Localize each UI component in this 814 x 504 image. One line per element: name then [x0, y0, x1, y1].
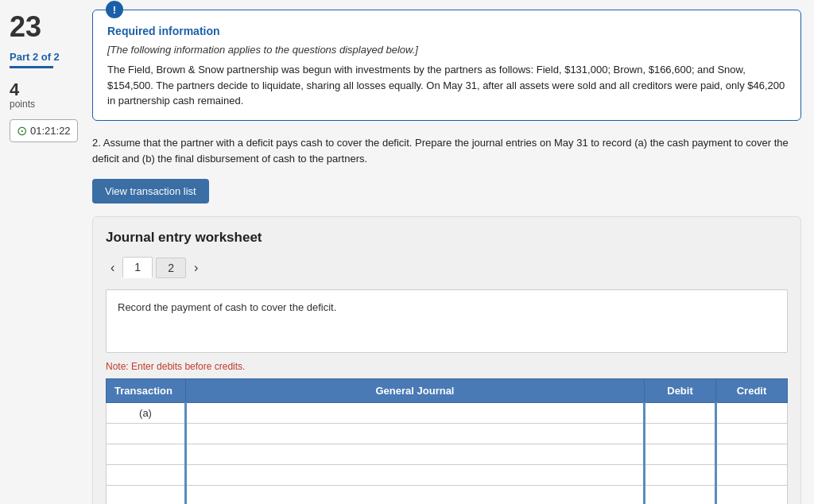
record-instruction-text: Record the payment of cash to cover the …: [118, 301, 336, 313]
table-row: [107, 424, 788, 444]
credit-input-3[interactable]: [717, 444, 787, 464]
transaction-label-empty-4: [107, 465, 186, 486]
col-header-credit: Credit: [716, 379, 788, 403]
journal-table: Transaction General Journal Debit Credit…: [106, 378, 788, 504]
col-header-general-journal: General Journal: [186, 379, 645, 403]
points-value: 4: [10, 81, 19, 99]
journal-input-2[interactable]: [187, 424, 643, 444]
part-label: Part 2 of 2: [10, 51, 60, 63]
tab-navigation: ‹ 1 2 ›: [106, 257, 788, 278]
worksheet-box: Journal entry worksheet ‹ 1 2 › Record t…: [92, 216, 801, 504]
worksheet-title: Journal entry worksheet: [106, 230, 788, 246]
journal-entry-cell-2[interactable]: [186, 424, 645, 444]
debit-input-3[interactable]: [645, 444, 715, 464]
transaction-label-empty-5: [107, 486, 186, 504]
debit-cell-2[interactable]: [645, 424, 716, 444]
table-row: [107, 486, 788, 504]
timer-icon: ⊙: [17, 123, 27, 138]
tab-next-button[interactable]: ›: [189, 259, 203, 277]
debit-input-4[interactable]: [645, 465, 715, 485]
debit-input-5[interactable]: [645, 486, 715, 504]
table-row: [107, 444, 788, 465]
journal-input-5[interactable]: [187, 486, 643, 504]
tab-1[interactable]: 1: [122, 257, 153, 278]
question-number: 23: [10, 13, 41, 41]
tab-prev-button[interactable]: ‹: [106, 259, 119, 277]
credit-input-1[interactable]: [717, 403, 787, 423]
col-header-transaction: Transaction: [107, 379, 186, 403]
transaction-label-empty-2: [107, 424, 186, 444]
journal-entry-cell-1[interactable]: [186, 403, 645, 424]
points-text: points: [10, 99, 35, 110]
info-title: Required information: [107, 25, 786, 37]
sidebar: 23 Part 2 of 2 4 points ⊙ 01:21:22: [0, 0, 79, 504]
record-instruction-box: Record the payment of cash to cover the …: [106, 289, 788, 353]
journal-entry-cell-5[interactable]: [186, 486, 645, 504]
credit-input-5[interactable]: [717, 486, 787, 504]
info-icon: !: [106, 1, 123, 18]
transaction-label-a: (a): [107, 403, 186, 424]
journal-input-1[interactable]: [187, 403, 643, 423]
info-body: The Field, Brown & Snow partnership was …: [107, 62, 786, 109]
note-text: Note: Enter debits before credits.: [106, 361, 788, 372]
credit-cell-1[interactable]: [716, 403, 788, 424]
page-container: 23 Part 2 of 2 4 points ⊙ 01:21:22 ! Req…: [0, 0, 814, 504]
credit-cell-4[interactable]: [716, 465, 788, 486]
journal-entry-cell-4[interactable]: [186, 465, 645, 486]
debit-cell-3[interactable]: [645, 444, 716, 465]
part-underline-decoration: [10, 66, 53, 68]
debit-input-1[interactable]: [645, 403, 715, 423]
info-box: ! Required information [The following in…: [92, 10, 801, 121]
view-transaction-list-button[interactable]: View transaction list: [92, 179, 209, 204]
journal-input-4[interactable]: [187, 465, 643, 485]
col-header-debit: Debit: [645, 379, 716, 403]
credit-cell-5[interactable]: [716, 486, 788, 504]
timer-badge: ⊙ 01:21:22: [10, 119, 78, 142]
debit-input-2[interactable]: [645, 424, 715, 444]
transaction-label-empty-3: [107, 444, 186, 465]
debit-cell-5[interactable]: [645, 486, 716, 504]
info-subtitle: [The following information applies to th…: [107, 44, 786, 56]
debit-cell-4[interactable]: [645, 465, 716, 486]
credit-cell-3[interactable]: [716, 444, 788, 465]
debit-cell-1[interactable]: [645, 403, 716, 424]
credit-input-2[interactable]: [717, 424, 787, 444]
table-row: (a): [107, 403, 788, 424]
credit-input-4[interactable]: [717, 465, 787, 485]
timer-value: 01:21:22: [30, 125, 71, 137]
journal-entry-cell-3[interactable]: [186, 444, 645, 465]
credit-cell-2[interactable]: [716, 424, 788, 444]
journal-input-3[interactable]: [187, 444, 643, 464]
main-content: ! Required information [The following in…: [79, 0, 814, 504]
question-text: 2. Assume that the partner with a defici…: [92, 135, 801, 169]
tab-2[interactable]: 2: [156, 258, 186, 278]
table-row: [107, 465, 788, 486]
